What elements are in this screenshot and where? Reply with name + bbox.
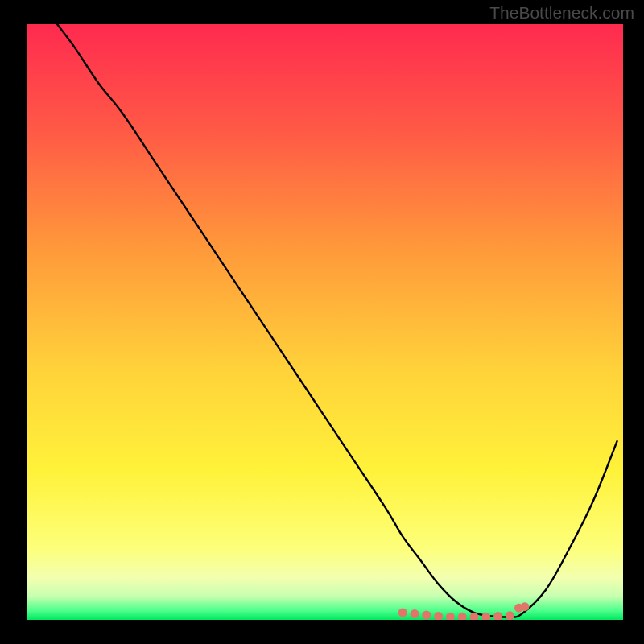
gradient-background bbox=[27, 24, 623, 620]
marker-point bbox=[411, 609, 419, 618]
plot-area bbox=[27, 24, 623, 620]
chart-container: TheBottleneck.com bbox=[0, 0, 644, 644]
chart-svg bbox=[27, 24, 623, 620]
marker-point bbox=[398, 609, 407, 617]
marker-point bbox=[520, 602, 529, 611]
watermark-text: TheBottleneck.com bbox=[489, 3, 634, 23]
marker-point bbox=[422, 611, 431, 620]
marker-point bbox=[506, 611, 514, 620]
